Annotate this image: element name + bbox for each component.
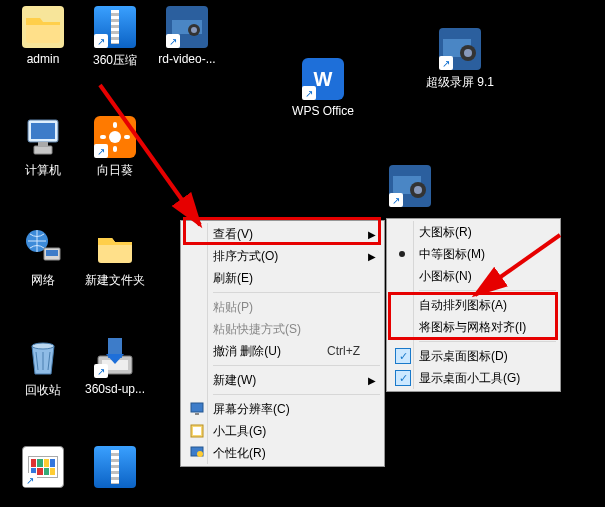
icon-bottom1[interactable]: ↗ [8, 446, 78, 492]
menu-new[interactable]: 新建(W) ▶ [183, 369, 382, 391]
menu-label: 自动排列图标(A) [419, 297, 507, 314]
submenu-medium-icons[interactable]: 中等图标(M) [389, 243, 558, 265]
svg-point-4 [191, 27, 197, 33]
icon-sunflower[interactable]: ↗ 向日葵 [80, 116, 150, 179]
icon-label: admin [27, 52, 60, 66]
menu-separator [213, 365, 380, 366]
folder-icon [94, 226, 136, 268]
menu-separator [419, 290, 556, 291]
svg-point-34 [197, 451, 203, 457]
icon-floating-video[interactable]: ↗ [380, 165, 440, 211]
icon-wps[interactable]: W ↗ WPS Office [288, 58, 358, 118]
gadget-icon [189, 423, 205, 439]
icon-bottom2[interactable] [80, 446, 150, 492]
svg-point-21 [414, 186, 422, 194]
menu-label: 撤消 删除(U) [213, 343, 281, 360]
menu-gadgets[interactable]: 小工具(G) [183, 420, 382, 442]
submenu-arrow-icon: ▶ [368, 375, 376, 386]
menu-label: 查看(V) [213, 226, 253, 243]
personalize-icon [189, 445, 205, 461]
icon-recycle[interactable]: 回收站 [8, 336, 78, 399]
icon-superrec[interactable]: ↗ 超级录屏 9.1 [425, 28, 495, 91]
shortcut-arrow-icon: ↗ [302, 86, 316, 100]
sunflower-icon: ↗ [94, 116, 136, 158]
shortcut-arrow-icon: ↗ [94, 34, 108, 48]
svg-rect-11 [34, 146, 52, 154]
icon-360zip[interactable]: ↗ 360压缩 [80, 6, 150, 69]
icon-network[interactable]: 网络 [8, 226, 78, 289]
submenu-auto-arrange[interactable]: 自动排列图标(A) [389, 294, 558, 316]
menu-label: 将图标与网格对齐(I) [419, 319, 526, 336]
menu-separator [213, 394, 380, 395]
menu-label: 中等图标(M) [419, 246, 485, 263]
icon-label: rd-video-... [158, 52, 215, 66]
folder-icon [22, 6, 64, 48]
shortcut-arrow-icon: ↗ [23, 473, 37, 487]
desktop[interactable]: admin ↗ 360压缩 ↗ rd-video-... W ↗ WPS Off… [0, 0, 605, 507]
svg-rect-19 [393, 172, 421, 176]
icon-admin[interactable]: admin [8, 6, 78, 66]
submenu-show-gadgets[interactable]: ✓ 显示桌面小工具(G) [389, 367, 558, 389]
svg-rect-30 [195, 413, 199, 415]
svg-rect-17 [124, 135, 130, 139]
svg-point-13 [109, 131, 121, 143]
svg-rect-14 [113, 122, 117, 128]
svg-rect-15 [113, 146, 117, 152]
radio-dot-icon [399, 251, 405, 257]
zip-icon [94, 446, 136, 488]
check-icon: ✓ [395, 370, 411, 386]
shortcut-arrow-icon: ↗ [439, 56, 453, 70]
submenu-arrow-icon: ▶ [368, 229, 376, 240]
svg-rect-6 [443, 35, 471, 39]
svg-point-25 [32, 343, 54, 349]
icon-computer[interactable]: 计算机 [8, 116, 78, 179]
shortcut-arrow-icon: ↗ [389, 193, 403, 207]
icon-label: 360sd-up... [85, 382, 145, 396]
menu-resolution[interactable]: 屏幕分辨率(C) [183, 398, 382, 420]
computer-icon [22, 116, 64, 158]
icon-360sd[interactable]: ↗ 360sd-up... [80, 336, 150, 396]
recorder-icon: ↗ [439, 28, 481, 70]
menu-label: 显示桌面小工具(G) [419, 370, 520, 387]
svg-rect-10 [31, 123, 55, 139]
shortcut-arrow-icon: ↗ [94, 144, 108, 158]
submenu-align-grid[interactable]: 将图标与网格对齐(I) [389, 316, 558, 338]
submenu-small-icons[interactable]: 小图标(N) [389, 265, 558, 287]
submenu-arrow-icon: ▶ [368, 251, 376, 262]
video-icon: ↗ [389, 165, 431, 207]
shortcut-arrow-icon: ↗ [166, 34, 180, 48]
context-menu: 查看(V) ▶ 排序方式(O) ▶ 刷新(E) 粘贴(P) 粘贴快捷方式(S) … [180, 220, 385, 467]
icon-newfolder[interactable]: 新建文件夹 [80, 226, 150, 289]
wps-icon: W ↗ [302, 58, 344, 100]
menu-refresh[interactable]: 刷新(E) [183, 267, 382, 289]
icon-label: 向日葵 [97, 162, 133, 179]
monitor-icon [189, 401, 205, 417]
icon-label: 360压缩 [93, 52, 137, 69]
menu-label: 新建(W) [213, 372, 256, 389]
submenu-large-icons[interactable]: 大图标(R) [389, 221, 558, 243]
menu-separator [213, 292, 380, 293]
icon-label: 超级录屏 9.1 [426, 74, 494, 91]
submenu-show-icons[interactable]: ✓ 显示桌面图标(D) [389, 345, 558, 367]
menu-label: 粘贴(P) [213, 299, 253, 316]
menu-paste: 粘贴(P) [183, 296, 382, 318]
menu-label: 小图标(N) [419, 268, 472, 285]
icon-rdvideo[interactable]: ↗ rd-video-... [152, 6, 222, 66]
menu-personalize[interactable]: 个性化(R) [183, 442, 382, 464]
installer-icon: ↗ [94, 336, 136, 378]
svg-rect-24 [46, 250, 58, 256]
menu-label: 排序方式(O) [213, 248, 278, 265]
svg-rect-16 [100, 135, 106, 139]
menu-sort[interactable]: 排序方式(O) ▶ [183, 245, 382, 267]
menu-view[interactable]: 查看(V) ▶ [183, 223, 382, 245]
icon-label: WPS Office [292, 104, 354, 118]
menu-label: 个性化(R) [213, 445, 266, 462]
menu-paste-shortcut: 粘贴快捷方式(S) [183, 318, 382, 340]
svg-rect-12 [38, 142, 48, 146]
shortcut-arrow-icon: ↗ [94, 364, 108, 378]
svg-rect-29 [191, 403, 203, 412]
menu-label: 屏幕分辨率(C) [213, 401, 290, 418]
menu-shortcut: Ctrl+Z [327, 344, 360, 358]
menu-undo[interactable]: 撤消 删除(U) Ctrl+Z [183, 340, 382, 362]
svg-point-8 [464, 49, 472, 57]
